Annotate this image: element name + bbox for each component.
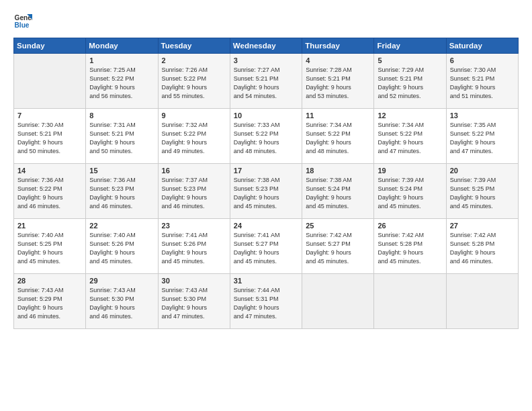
day-number: 13 (450, 111, 515, 120)
calendar-cell: 28Sunrise: 7:43 AM Sunset: 5:29 PM Dayli… (14, 274, 86, 329)
calendar-cell: 21Sunrise: 7:40 AM Sunset: 5:25 PM Dayli… (14, 219, 86, 274)
day-info: Sunrise: 7:25 AM Sunset: 5:22 PM Dayligh… (89, 66, 154, 101)
weekday-header: Tuesday (158, 38, 230, 54)
calendar-cell: 2Sunrise: 7:26 AM Sunset: 5:22 PM Daylig… (158, 54, 230, 109)
day-info: Sunrise: 7:39 AM Sunset: 5:24 PM Dayligh… (378, 176, 443, 211)
day-number: 8 (89, 111, 154, 120)
day-number: 3 (234, 56, 299, 64)
calendar-table: SundayMondayTuesdayWednesdayThursdayFrid… (13, 38, 519, 329)
day-info: Sunrise: 7:34 AM Sunset: 5:22 PM Dayligh… (378, 121, 443, 156)
weekday-header: Friday (374, 38, 446, 54)
day-info: Sunrise: 7:41 AM Sunset: 5:26 PM Dayligh… (162, 231, 227, 266)
day-number: 30 (162, 277, 227, 285)
day-number: 14 (17, 167, 83, 175)
day-number: 20 (450, 167, 515, 175)
logo: General Blue (13, 12, 32, 31)
calendar-cell: 24Sunrise: 7:41 AM Sunset: 5:27 PM Dayli… (230, 219, 302, 274)
day-info: Sunrise: 7:40 AM Sunset: 5:26 PM Dayligh… (89, 231, 154, 266)
calendar-cell: 5Sunrise: 7:29 AM Sunset: 5:21 PM Daylig… (374, 54, 446, 109)
day-number: 15 (89, 167, 154, 175)
calendar-cell: 27Sunrise: 7:42 AM Sunset: 5:28 PM Dayli… (446, 219, 518, 274)
calendar-cell: 17Sunrise: 7:38 AM Sunset: 5:23 PM Dayli… (230, 164, 302, 219)
calendar-cell: 3Sunrise: 7:27 AM Sunset: 5:21 PM Daylig… (230, 54, 302, 109)
day-info: Sunrise: 7:42 AM Sunset: 5:28 PM Dayligh… (450, 231, 515, 266)
day-number: 4 (306, 56, 371, 64)
day-number: 23 (162, 222, 227, 230)
calendar-cell: 15Sunrise: 7:36 AM Sunset: 5:23 PM Dayli… (86, 164, 158, 219)
calendar-cell: 29Sunrise: 7:43 AM Sunset: 5:30 PM Dayli… (86, 274, 158, 329)
calendar-cell: 12Sunrise: 7:34 AM Sunset: 5:22 PM Dayli… (374, 109, 446, 164)
day-info: Sunrise: 7:26 AM Sunset: 5:22 PM Dayligh… (162, 66, 227, 101)
day-number: 25 (306, 222, 371, 230)
calendar-cell: 20Sunrise: 7:39 AM Sunset: 5:25 PM Dayli… (446, 164, 518, 219)
weekday-header: Thursday (302, 38, 374, 54)
svg-text:Blue: Blue (15, 21, 30, 29)
day-number: 28 (17, 277, 83, 285)
calendar-cell: 9Sunrise: 7:32 AM Sunset: 5:22 PM Daylig… (158, 109, 230, 164)
calendar-cell: 16Sunrise: 7:37 AM Sunset: 5:23 PM Dayli… (158, 164, 230, 219)
calendar-cell: 13Sunrise: 7:35 AM Sunset: 5:22 PM Dayli… (446, 109, 518, 164)
header: General Blue (13, 12, 519, 31)
calendar-cell: 31Sunrise: 7:44 AM Sunset: 5:31 PM Dayli… (230, 274, 302, 329)
day-number: 24 (234, 222, 299, 230)
day-number: 22 (89, 222, 154, 230)
day-info: Sunrise: 7:39 AM Sunset: 5:25 PM Dayligh… (450, 176, 515, 211)
calendar-cell: 10Sunrise: 7:33 AM Sunset: 5:22 PM Dayli… (230, 109, 302, 164)
calendar-cell: 1Sunrise: 7:25 AM Sunset: 5:22 PM Daylig… (86, 54, 158, 109)
day-info: Sunrise: 7:40 AM Sunset: 5:25 PM Dayligh… (17, 231, 83, 266)
weekday-header: Saturday (446, 38, 518, 54)
day-info: Sunrise: 7:38 AM Sunset: 5:23 PM Dayligh… (234, 176, 299, 211)
weekday-header: Wednesday (230, 38, 302, 54)
day-info: Sunrise: 7:37 AM Sunset: 5:23 PM Dayligh… (162, 176, 227, 211)
day-info: Sunrise: 7:30 AM Sunset: 5:21 PM Dayligh… (17, 121, 83, 156)
calendar-cell (374, 274, 446, 329)
day-info: Sunrise: 7:42 AM Sunset: 5:28 PM Dayligh… (378, 231, 443, 266)
day-info: Sunrise: 7:41 AM Sunset: 5:27 PM Dayligh… (234, 231, 299, 266)
day-number: 27 (450, 222, 515, 230)
day-number: 1 (89, 56, 154, 64)
calendar-cell: 14Sunrise: 7:36 AM Sunset: 5:22 PM Dayli… (14, 164, 86, 219)
day-info: Sunrise: 7:44 AM Sunset: 5:31 PM Dayligh… (234, 286, 299, 321)
day-number: 2 (162, 56, 227, 64)
calendar-cell: 18Sunrise: 7:38 AM Sunset: 5:24 PM Dayli… (302, 164, 374, 219)
day-info: Sunrise: 7:42 AM Sunset: 5:27 PM Dayligh… (306, 231, 371, 266)
calendar-cell: 22Sunrise: 7:40 AM Sunset: 5:26 PM Dayli… (86, 219, 158, 274)
calendar-cell: 30Sunrise: 7:43 AM Sunset: 5:30 PM Dayli… (158, 274, 230, 329)
calendar-cell: 8Sunrise: 7:31 AM Sunset: 5:21 PM Daylig… (86, 109, 158, 164)
day-info: Sunrise: 7:28 AM Sunset: 5:21 PM Dayligh… (306, 66, 371, 101)
day-info: Sunrise: 7:29 AM Sunset: 5:21 PM Dayligh… (378, 66, 443, 101)
day-info: Sunrise: 7:32 AM Sunset: 5:22 PM Dayligh… (162, 121, 227, 156)
day-info: Sunrise: 7:43 AM Sunset: 5:30 PM Dayligh… (89, 286, 154, 321)
day-number: 26 (378, 222, 443, 230)
calendar-cell: 19Sunrise: 7:39 AM Sunset: 5:24 PM Dayli… (374, 164, 446, 219)
day-info: Sunrise: 7:36 AM Sunset: 5:22 PM Dayligh… (17, 176, 83, 211)
day-number: 16 (162, 167, 227, 175)
day-info: Sunrise: 7:43 AM Sunset: 5:30 PM Dayligh… (162, 286, 227, 321)
calendar-cell (446, 274, 518, 329)
day-number: 10 (234, 111, 299, 120)
day-number: 19 (378, 167, 443, 175)
weekday-header: Monday (86, 38, 158, 54)
calendar-cell: 11Sunrise: 7:34 AM Sunset: 5:22 PM Dayli… (302, 109, 374, 164)
day-info: Sunrise: 7:27 AM Sunset: 5:21 PM Dayligh… (234, 66, 299, 101)
calendar-cell: 4Sunrise: 7:28 AM Sunset: 5:21 PM Daylig… (302, 54, 374, 109)
day-number: 17 (234, 167, 299, 175)
calendar-cell (302, 274, 374, 329)
day-number: 21 (17, 222, 83, 230)
calendar-cell: 7Sunrise: 7:30 AM Sunset: 5:21 PM Daylig… (14, 109, 86, 164)
day-info: Sunrise: 7:34 AM Sunset: 5:22 PM Dayligh… (306, 121, 371, 156)
day-info: Sunrise: 7:38 AM Sunset: 5:24 PM Dayligh… (306, 176, 371, 211)
calendar-cell: 26Sunrise: 7:42 AM Sunset: 5:28 PM Dayli… (374, 219, 446, 274)
logo-icon: General Blue (13, 12, 32, 31)
calendar-cell: 23Sunrise: 7:41 AM Sunset: 5:26 PM Dayli… (158, 219, 230, 274)
day-number: 11 (306, 111, 371, 120)
day-info: Sunrise: 7:43 AM Sunset: 5:29 PM Dayligh… (17, 286, 83, 321)
day-number: 5 (378, 56, 443, 64)
day-number: 7 (17, 111, 83, 120)
day-info: Sunrise: 7:30 AM Sunset: 5:21 PM Dayligh… (450, 66, 515, 101)
day-number: 18 (306, 167, 371, 175)
day-info: Sunrise: 7:33 AM Sunset: 5:22 PM Dayligh… (234, 121, 299, 156)
day-number: 9 (162, 111, 227, 120)
calendar-cell (14, 54, 86, 109)
day-number: 12 (378, 111, 443, 120)
